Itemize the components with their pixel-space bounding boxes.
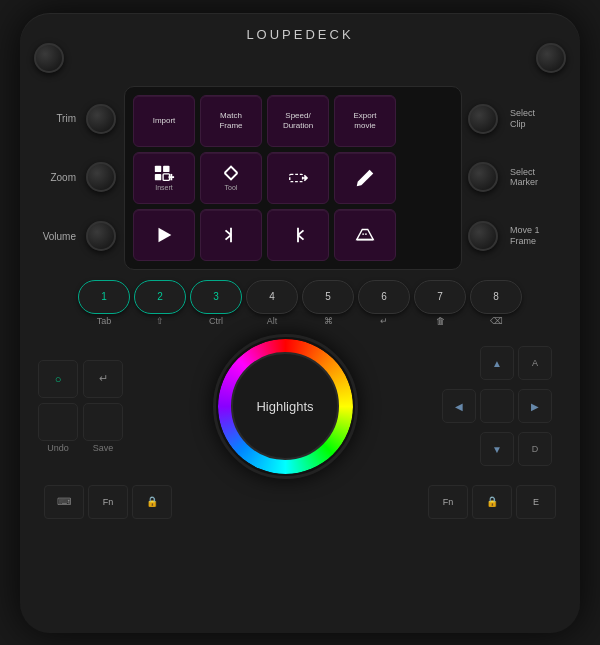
left-knobs bbox=[86, 86, 118, 270]
label-bd-btn: D bbox=[518, 432, 552, 466]
arrow-clip-icon bbox=[287, 167, 309, 189]
circle-btn[interactable]: ○ bbox=[38, 360, 78, 398]
left-arrow-btn[interactable]: ◀ bbox=[442, 389, 476, 423]
arrow-grid-bottom: ◀ ▶ bbox=[442, 389, 562, 423]
svg-rect-6 bbox=[290, 174, 303, 181]
top-knob-right[interactable] bbox=[536, 43, 566, 73]
btn-pen[interactable] bbox=[334, 152, 396, 204]
wheel-section: Highlights bbox=[134, 334, 436, 479]
shortcut-5: ⌘ bbox=[302, 316, 354, 326]
right-labels: SelectClip SelectMarker Move 1Frame bbox=[506, 86, 562, 270]
btn-import[interactable]: Import bbox=[133, 95, 195, 147]
btn-export-movie[interactable]: Exportmovie bbox=[334, 95, 396, 147]
label-volume: Volume bbox=[38, 231, 80, 242]
spacer-bl bbox=[442, 432, 476, 466]
num-btn-7[interactable]: 7 bbox=[414, 280, 466, 314]
shortcut-3: Ctrl bbox=[190, 316, 242, 326]
save-btn[interactable] bbox=[83, 403, 123, 441]
shortcut-6: ↵ bbox=[358, 316, 410, 326]
shortcut-row: Tab ⇧ Ctrl Alt ⌘ ↵ 🗑 ⌫ bbox=[38, 316, 562, 326]
bottom-bar: ⌨ Fn 🔒 Fn 🔒 E bbox=[38, 485, 562, 519]
btn-trim-right[interactable] bbox=[267, 209, 329, 261]
down-arrow-btn[interactable]: ▼ bbox=[480, 432, 514, 466]
e-right-btn[interactable]: E bbox=[516, 485, 556, 519]
label-move-frame: Move 1Frame bbox=[506, 225, 562, 247]
label-trim: Trim bbox=[38, 113, 80, 124]
arrow-grid-top: ▲ A bbox=[442, 346, 562, 380]
knob-zoom[interactable] bbox=[86, 162, 116, 192]
screen-row-1: Import MatchFrame Speed/Duration Exportm… bbox=[133, 95, 453, 147]
num-btn-8[interactable]: 8 bbox=[470, 280, 522, 314]
btn-erase[interactable] bbox=[334, 209, 396, 261]
shortcut-4: Alt bbox=[246, 316, 298, 326]
left-buttons: ○ ↵ Undo Save bbox=[38, 360, 128, 453]
top-knobs-row bbox=[34, 43, 566, 73]
num-btn-3[interactable]: 3 bbox=[190, 280, 242, 314]
fn-right-btn[interactable]: Fn bbox=[428, 485, 468, 519]
num-btn-1[interactable]: 1 bbox=[78, 280, 130, 314]
trim-right-icon bbox=[287, 224, 309, 246]
label-a-btn: A bbox=[518, 346, 552, 380]
up-arrow-btn[interactable]: ▲ bbox=[480, 346, 514, 380]
center-btn[interactable] bbox=[480, 389, 514, 423]
knob-select-marker[interactable] bbox=[468, 162, 498, 192]
btn-trim-left[interactable] bbox=[200, 209, 262, 261]
spacer-tl bbox=[442, 346, 476, 380]
undo-label: Undo bbox=[47, 443, 69, 453]
arrow-grid-labels: ▼ D bbox=[442, 432, 562, 466]
tool-icon bbox=[220, 162, 242, 184]
btn-match-frame[interactable]: MatchFrame bbox=[200, 95, 262, 147]
undo-group: Undo bbox=[38, 403, 78, 453]
shortcut-8: ⌫ bbox=[470, 316, 522, 326]
knob-trim[interactable] bbox=[86, 104, 116, 134]
left-row-2: Undo Save bbox=[38, 403, 128, 453]
btn-speed-duration[interactable]: Speed/Duration bbox=[267, 95, 329, 147]
right-arrow-btn[interactable]: ▶ bbox=[518, 389, 552, 423]
label-select-marker: SelectMarker bbox=[506, 167, 562, 189]
save-label: Save bbox=[93, 443, 114, 453]
left-labels: Trim Zoom Volume bbox=[38, 86, 80, 270]
lock-right-btn[interactable]: 🔒 bbox=[472, 485, 512, 519]
num-btn-5[interactable]: 5 bbox=[302, 280, 354, 314]
btn-play[interactable] bbox=[133, 209, 195, 261]
svg-marker-7 bbox=[159, 227, 172, 242]
screen-section: Trim Zoom Volume Import MatchFrame Spee bbox=[38, 86, 562, 270]
label-zoom: Zoom bbox=[38, 172, 80, 183]
number-row: 1 2 3 4 5 6 7 8 bbox=[38, 280, 562, 314]
screen: Import MatchFrame Speed/Duration Exportm… bbox=[124, 86, 462, 270]
shortcut-7: 🗑 bbox=[414, 316, 466, 326]
color-wheel[interactable]: Highlights bbox=[213, 334, 358, 479]
svg-rect-0 bbox=[155, 166, 161, 172]
knob-select-clip[interactable] bbox=[468, 104, 498, 134]
top-knob-left[interactable] bbox=[34, 43, 64, 73]
btn-insert[interactable]: Insert bbox=[133, 152, 195, 204]
label-select-clip: SelectClip bbox=[506, 108, 562, 130]
screen-row-2: Insert Tool bbox=[133, 152, 453, 204]
brand-logo: loupedeck bbox=[246, 27, 353, 42]
undo-btn[interactable] bbox=[38, 403, 78, 441]
play-icon bbox=[153, 224, 175, 246]
right-knobs bbox=[468, 86, 500, 270]
erase-icon bbox=[354, 224, 376, 246]
bottom-right-btns: Fn 🔒 E bbox=[428, 485, 556, 519]
wheel-label: Highlights bbox=[256, 399, 313, 414]
btn-arrow-clip[interactable] bbox=[267, 152, 329, 204]
wheel-inner: Highlights bbox=[231, 352, 339, 460]
knob-volume[interactable] bbox=[86, 221, 116, 251]
right-buttons: ▲ A ◀ ▶ ▼ D bbox=[442, 346, 562, 466]
svg-rect-1 bbox=[163, 166, 169, 172]
enter-btn[interactable]: ↵ bbox=[83, 360, 123, 398]
loupedeck-device: loupedeck Trim Zoom Volume Import bbox=[20, 13, 580, 633]
svg-rect-3 bbox=[163, 174, 169, 180]
num-btn-4[interactable]: 4 bbox=[246, 280, 298, 314]
lock-left-btn[interactable]: 🔒 bbox=[132, 485, 172, 519]
bottom-left-btns: ⌨ Fn 🔒 bbox=[44, 485, 172, 519]
num-btn-6[interactable]: 6 bbox=[358, 280, 410, 314]
fn-left-btn[interactable]: Fn bbox=[88, 485, 128, 519]
pen-icon bbox=[354, 167, 376, 189]
btn-tool[interactable]: Tool bbox=[200, 152, 262, 204]
keyboard-btn[interactable]: ⌨ bbox=[44, 485, 84, 519]
bottom-section: ○ ↵ Undo Save Highlights bbox=[38, 334, 562, 479]
num-btn-2[interactable]: 2 bbox=[134, 280, 186, 314]
knob-move-frame[interactable] bbox=[468, 221, 498, 251]
